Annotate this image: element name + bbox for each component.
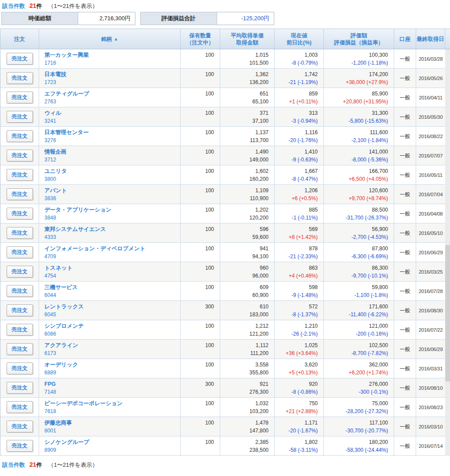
sell-order-button[interactable]: 売注文 — [7, 324, 33, 336]
avg-price-cell: 1,478 147,800 — [220, 417, 275, 436]
account-type: 一般 — [394, 262, 416, 281]
table-row: 売注文 伊藤忠商事 8001 100 1,478 147,800 1,171 -… — [0, 417, 450, 436]
stock-code: 6086 — [44, 330, 180, 338]
sell-order-button[interactable]: 売注文 — [7, 53, 33, 65]
stock-cell: アクアライン 6173 — [39, 340, 181, 359]
stock-name-link[interactable]: インフォメーション・ディベロプメント — [44, 245, 180, 253]
sort-asc-icon[interactable]: ▲ — [114, 36, 118, 43]
holding-quantity: 100 — [181, 225, 214, 233]
valuation-pl: +9,700 (+8.74%) — [324, 194, 388, 202]
acquisition-amount: 37,100 — [220, 117, 269, 125]
last-acquired-date: 2016/07/07 — [416, 146, 445, 165]
avg-acquisition-price: 651 — [220, 90, 269, 98]
order-cell: 売注文 — [0, 320, 39, 339]
acquisition-amount: 121,200 — [220, 330, 269, 338]
stock-name-link[interactable]: 第一カッター興業 — [44, 51, 180, 59]
stock-name-link[interactable]: データ・アプリケーション — [44, 206, 180, 214]
sell-order-button[interactable]: 売注文 — [7, 227, 33, 239]
sell-order-button[interactable]: 売注文 — [7, 362, 33, 374]
valuation-amount: 86,300 — [324, 264, 388, 272]
table-header: 注文 銘柄 ▲ 保有数量 （注文中） 平均取得単価 取得金額 現在値 前日比(%… — [0, 29, 450, 49]
last-acquired-date: 2016/08/22 — [416, 127, 445, 146]
sell-order-button[interactable]: 売注文 — [7, 72, 33, 84]
holding-quantity: 100 — [181, 438, 214, 446]
sell-order-button[interactable]: 売注文 — [7, 150, 33, 161]
stock-name-link[interactable]: レントラックス — [44, 303, 180, 311]
stock-name-link[interactable]: 東邦システムサイエンス — [44, 225, 180, 233]
header-valuation: 評価額 評価損益（損益率） — [324, 29, 394, 49]
sell-order-button[interactable]: 売注文 — [7, 188, 33, 200]
sell-order-button[interactable]: 売注文 — [7, 169, 33, 181]
sell-order-button[interactable]: 売注文 — [7, 382, 33, 394]
sell-order-button[interactable]: 売注文 — [7, 285, 33, 297]
stock-code: 7618 — [44, 407, 180, 415]
pl-total-amount: -125,200円 — [217, 12, 274, 25]
stock-name-link[interactable]: アクアライン — [44, 341, 180, 349]
valuation-amount: 120,600 — [324, 187, 388, 194]
current-price-cell: 313 -3 (-0.94%) — [275, 107, 324, 126]
order-cell: 売注文 — [0, 223, 39, 242]
stock-name-link[interactable]: 情報企画 — [44, 148, 180, 156]
stock-name-link[interactable]: シンプロメンテ — [44, 322, 180, 330]
stock-name-link[interactable]: トスネット — [44, 264, 180, 272]
scrollbar-thumb[interactable] — [445, 245, 450, 381]
sell-order-button[interactable]: 売注文 — [7, 111, 33, 123]
stock-name-link[interactable]: 三機サービス — [44, 283, 180, 291]
valuation-cell: 120,600 +9,700 (+8.74%) — [324, 185, 394, 204]
table-row: 売注文 データ・アプリケーション 3848 100 1,202 120,200 … — [0, 204, 450, 223]
sell-order-button[interactable]: 売注文 — [7, 440, 33, 452]
sell-order-button[interactable]: 売注文 — [7, 246, 33, 258]
stock-name-link[interactable]: ウィル — [44, 109, 180, 117]
order-cell: 売注文 — [0, 49, 39, 68]
valuation-cell: 59,800 -1,100 (-1.8%) — [324, 282, 394, 300]
valuation-amount: 121,000 — [324, 322, 388, 330]
valuation-pl: -9,700 (-10.1%) — [324, 272, 388, 280]
valuation-amount: 174,200 — [324, 70, 388, 78]
current-price-cell: 750 +21 (+2.88%) — [275, 398, 324, 417]
sell-order-button[interactable]: 売注文 — [7, 343, 33, 355]
table-row: 売注文 レントラックス 6045 300 610 183,000 572 -8 … — [0, 301, 450, 320]
current-price-cell: 1,206 +6 (+0.5%) — [275, 185, 324, 204]
day-change: +4 (+0.46%) — [275, 272, 318, 280]
stock-name-link[interactable]: FPG — [44, 380, 180, 388]
stock-cell: アバント 3836 — [39, 185, 181, 204]
stock-code: 3276 — [44, 136, 180, 144]
stock-name-link[interactable]: 日本管理センター — [44, 128, 180, 136]
header-stock-sortable[interactable]: 銘柄 ▲ — [39, 29, 181, 49]
sell-order-button[interactable]: 売注文 — [7, 130, 33, 142]
market-value-group: 時価総額 2,716,300円 — [1, 12, 135, 25]
acquisition-amount: 120,200 — [220, 214, 269, 222]
valuation-cell: 276,000 -300 (-0.1%) — [324, 378, 394, 397]
day-change: +6 (+0.5%) — [275, 194, 318, 202]
sell-order-button[interactable]: 売注文 — [7, 266, 33, 278]
sell-order-button[interactable]: 売注文 — [7, 208, 33, 220]
sell-order-button[interactable]: 売注文 — [7, 401, 33, 413]
stock-cell: インフォメーション・ディベロプメント 4709 — [39, 243, 181, 262]
avg-acquisition-price: 1,212 — [220, 322, 269, 330]
stock-name-link[interactable]: エフティグループ — [44, 90, 180, 98]
day-change: +1 (+0.11%) — [275, 98, 318, 106]
stock-name-link[interactable]: 日本電技 — [44, 70, 180, 78]
sell-order-button[interactable]: 売注文 — [7, 421, 33, 432]
last-acquired-date: 2016/07/04 — [416, 185, 445, 204]
vertical-scrollbar[interactable] — [445, 49, 450, 456]
stock-code: 1723 — [44, 78, 180, 86]
stock-name-link[interactable]: ピーシーデポコーポレーション — [44, 399, 180, 407]
holding-quantity: 100 — [181, 399, 214, 407]
sell-order-button[interactable]: 売注文 — [7, 92, 33, 103]
stock-name-link[interactable]: ユニリタ — [44, 167, 180, 175]
current-price: 1,410 — [275, 148, 318, 156]
acquisition-amount: 94,100 — [220, 253, 269, 260]
last-acquired-date: 2016/07/22 — [416, 320, 445, 339]
stock-name-link[interactable]: アバント — [44, 187, 180, 194]
stock-cell: エフティグループ 2763 — [39, 88, 181, 107]
valuation-cell: 87,800 -6,300 (-6.69%) — [324, 243, 394, 262]
stock-name-link[interactable]: 伊藤忠商事 — [44, 419, 180, 427]
result-count-label: 該当件数 — [2, 461, 25, 468]
stock-name-link[interactable]: オーデリック — [44, 361, 180, 369]
sell-order-button[interactable]: 売注文 — [7, 304, 33, 316]
valuation-pl: -2,100 (-1.84%) — [324, 136, 388, 144]
valuation-pl: +6,200 (+1.74%) — [324, 369, 388, 377]
stock-cell: 情報企画 3712 — [39, 146, 181, 165]
stock-name-link[interactable]: シノケングループ — [44, 438, 180, 446]
